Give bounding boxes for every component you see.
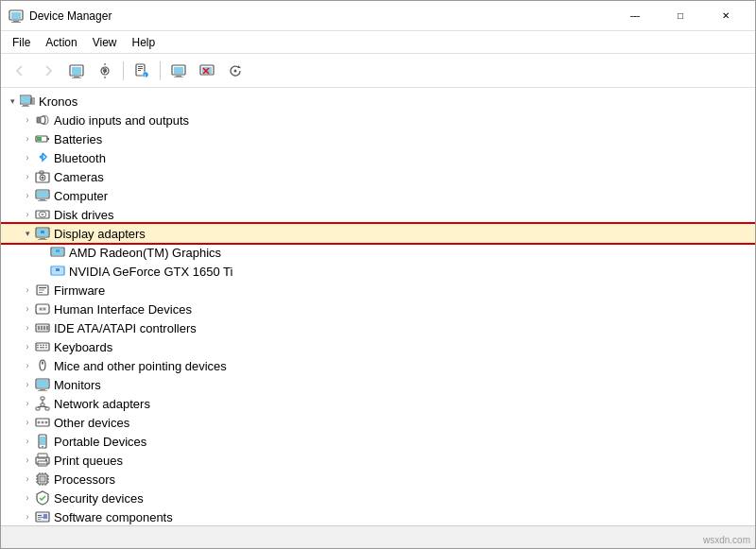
tree-row-firmware[interactable]: › Firmware [1, 281, 755, 300]
portable-icon [35, 434, 50, 449]
svg-point-106 [45, 459, 47, 461]
expander-portable[interactable]: › [20, 432, 35, 451]
tree-row-portable[interactable]: › Portable Devices [1, 432, 755, 451]
tree-row-computer[interactable]: › Computer [1, 186, 755, 205]
tree-row-monitors[interactable]: › Monitors [1, 375, 755, 394]
cameras-label: Cameras [54, 170, 104, 184]
expander-other[interactable]: › [20, 413, 35, 432]
expander-network[interactable]: › [20, 394, 35, 413]
tree-row-mice[interactable]: › Mice and other pointing devices [1, 356, 755, 375]
svg-rect-125 [38, 519, 41, 520]
menu-help[interactable]: Help [125, 34, 163, 51]
tree-row-hid[interactable]: › Human Interface Devices [1, 300, 755, 318]
svg-point-41 [42, 177, 44, 180]
expander-processors[interactable]: › [20, 470, 35, 489]
expander-root[interactable]: ▾ [5, 92, 20, 111]
mice-icon [35, 358, 50, 373]
expander-print[interactable]: › [20, 451, 35, 470]
maximize-button[interactable]: □ [659, 1, 702, 31]
svg-rect-92 [41, 403, 44, 406]
tree-row-print[interactable]: › Print queues [1, 451, 755, 470]
expander-ide[interactable]: › [20, 318, 35, 337]
svg-rect-88 [38, 390, 47, 391]
other-icon [35, 415, 50, 430]
expander-hid[interactable]: › [20, 300, 35, 318]
expander-audio[interactable]: › [20, 111, 35, 129]
svg-rect-7 [72, 77, 81, 78]
menu-bar: File Action View Help [1, 31, 755, 54]
svg-rect-1 [11, 12, 21, 19]
tree-row-amd[interactable]: AMD Radeon(TM) Graphics [1, 243, 755, 262]
hid-icon [35, 301, 50, 317]
svg-rect-73 [43, 326, 45, 330]
mice-label: Mice and other pointing devices [54, 359, 227, 373]
svg-rect-123 [38, 515, 42, 516]
tree-row-batteries[interactable]: › Batteries [1, 129, 755, 148]
menu-file[interactable]: File [5, 34, 38, 51]
back-button[interactable] [7, 58, 33, 84]
tree-row-cameras[interactable]: › Cameras [1, 167, 755, 186]
tree-row-ide[interactable]: › IDE ATA/ATAPI controllers [1, 318, 755, 337]
firmware-icon [35, 283, 50, 298]
svg-rect-64 [39, 292, 43, 293]
nvidia-icon [50, 264, 65, 279]
tree-row-bluetooth[interactable]: › Bluetooth [1, 148, 755, 167]
svg-rect-101 [40, 437, 45, 445]
forward-button[interactable] [35, 58, 61, 84]
expander-computer[interactable]: › [20, 186, 35, 205]
disk-label: Disk drives [54, 208, 114, 222]
svg-rect-30 [21, 96, 30, 103]
amd-label: AMD Radeon(TM) Graphics [69, 246, 221, 260]
svg-rect-74 [46, 326, 48, 330]
svg-point-98 [42, 421, 44, 424]
tree-row-software-components[interactable]: › Software components [1, 507, 755, 525]
tree-row-root[interactable]: ▾ Kronos [1, 92, 755, 111]
device-tree[interactable]: ▾ Kronos [1, 88, 755, 525]
expander-bluetooth[interactable]: › [20, 148, 35, 167]
uninstall-button[interactable] [194, 58, 220, 84]
computer-label: Computer [54, 189, 108, 203]
menu-action[interactable]: Action [38, 34, 84, 51]
tree-children-root: › Audio inputs and outputs [1, 111, 755, 525]
expander-disk[interactable]: › [20, 205, 35, 224]
software-components-icon [35, 509, 50, 524]
scan-button[interactable] [165, 58, 192, 84]
expander-firmware[interactable]: › [20, 281, 35, 300]
processor-icon [35, 472, 50, 487]
svg-rect-71 [38, 326, 40, 330]
tree-row-display[interactable]: ▾ Display adapters [1, 224, 755, 243]
close-button[interactable]: ✕ [704, 1, 747, 31]
expander-software-components[interactable]: › [20, 507, 35, 525]
svg-rect-90 [36, 407, 40, 410]
tree-row-other[interactable]: › Other devices [1, 413, 755, 432]
svg-rect-44 [37, 191, 48, 197]
expander-cameras[interactable]: › [20, 167, 35, 186]
refresh-button[interactable] [222, 58, 249, 84]
expander-keyboards[interactable]: › [20, 337, 35, 356]
tree-row-nvidia[interactable]: NVIDIA GeForce GTX 1650 Ti [1, 262, 755, 281]
tree-row-network[interactable]: › Network ada [1, 394, 755, 413]
root-label: Kronos [39, 94, 77, 109]
tree-row-security[interactable]: › Security devices [1, 489, 755, 507]
main-content: ▾ Kronos [1, 88, 755, 525]
audio-icon [35, 112, 50, 128]
expander-mice[interactable]: › [20, 356, 35, 375]
properties-button[interactable]: i [129, 58, 155, 84]
menu-view[interactable]: View [85, 34, 125, 51]
show-hidden-button[interactable]: ? [92, 58, 118, 84]
tree-row-disk[interactable]: › Disk drives [1, 205, 755, 224]
expander-batteries[interactable]: › [20, 129, 35, 148]
tree-row-processors[interactable]: › [1, 470, 755, 489]
svg-rect-53 [38, 239, 47, 240]
tree-row-audio[interactable]: › Audio inputs and outputs [1, 111, 755, 129]
svg-point-99 [45, 421, 48, 424]
up-button[interactable] [63, 58, 90, 84]
minimize-button[interactable]: — [613, 1, 657, 31]
app-icon [9, 9, 24, 24]
expander-display[interactable]: ▾ [20, 224, 35, 243]
svg-rect-60 [56, 268, 60, 271]
expander-security[interactable]: › [20, 489, 35, 507]
expander-monitors[interactable]: › [20, 375, 35, 394]
svg-rect-38 [47, 138, 49, 140]
tree-row-keyboards[interactable]: › [1, 337, 755, 356]
